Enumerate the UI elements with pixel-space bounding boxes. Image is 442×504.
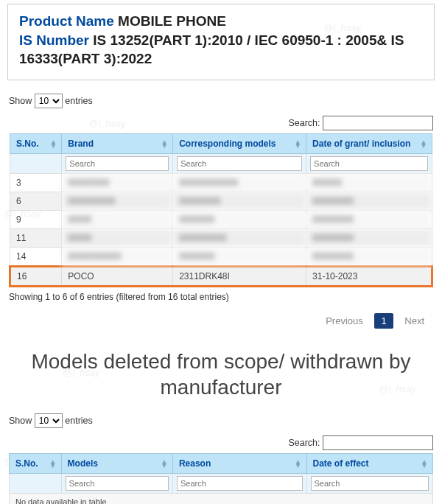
col-sno[interactable]: S.No. ▲▼	[10, 133, 62, 153]
cell-sno: 9	[10, 210, 62, 228]
filter-reason[interactable]	[177, 476, 303, 491]
table-row: 11 XXXX XXXXXXXX XXXXXXX	[10, 228, 432, 247]
filter-date-effect[interactable]	[311, 476, 429, 491]
search-label: Search:	[288, 438, 320, 448]
table-row: 3 XXXXXXX XXXXXXXXXX XXXXX	[10, 173, 432, 192]
deleted-models-title: Models deleted from scope/ withdrawn by …	[7, 349, 435, 400]
cell-brand: XXXXXXX	[62, 173, 173, 192]
cell-brand: XXXX	[62, 228, 173, 247]
table-row: 14 XXXXXXXXX XXXXXX XXXXXXX	[10, 247, 432, 266]
sort-icon: ▲▼	[421, 460, 428, 467]
cell-date: XXXXXXX	[306, 247, 432, 266]
cell-sno: 14	[10, 247, 62, 266]
entries-label: entries	[65, 96, 93, 106]
col-brand[interactable]: Brand ▲▼	[62, 133, 173, 153]
sort-icon: ▲▼	[161, 140, 168, 147]
models-table: S.No. ▲▼ Brand ▲▼ Corresponding models ▲…	[9, 133, 433, 287]
sort-icon: ▲▼	[295, 460, 302, 467]
entries-select[interactable]: 10	[35, 94, 63, 108]
search-input[interactable]	[323, 116, 433, 130]
cell-brand: POCO	[62, 266, 173, 286]
cell-date: XXXXX	[306, 173, 432, 192]
table-row: 9 XXXX XXXXXX XXXXXXX	[10, 210, 432, 228]
sort-icon: ▲▼	[420, 140, 427, 147]
is-number-label: IS Number	[19, 32, 89, 48]
next-button[interactable]: Next	[399, 312, 430, 329]
product-name-label: Product Name	[19, 13, 114, 29]
cell-model: XXXXXX	[173, 247, 306, 266]
cell-model: XXXXXX	[173, 210, 306, 228]
cell-brand: XXXXXXXXX	[62, 247, 173, 266]
cell-sno: 16	[10, 266, 62, 286]
cell-date: 31-10-2023	[306, 266, 432, 286]
cell-model: XXXXXXXXXX	[173, 173, 306, 192]
prev-button[interactable]: Previous	[320, 312, 369, 329]
col-sno[interactable]: S.No. ▲▼	[10, 453, 62, 473]
table-row-highlighted: 16 POCO 2311DRK48I 31-10-2023	[10, 266, 432, 286]
cell-date: XXXXXXX	[306, 210, 432, 228]
product-header: Product Name MOBILE PHONE IS Number IS 1…	[7, 4, 435, 80]
cell-model: 2311DRK48I	[173, 266, 306, 286]
filter-date[interactable]	[310, 156, 428, 171]
no-data-cell: No data available in table	[10, 493, 433, 504]
table-row: 6 XXXXXXXX XXXXXXX XXXXXXX	[10, 192, 432, 210]
page-current[interactable]: 1	[374, 313, 393, 329]
filter-brand[interactable]	[66, 156, 169, 171]
cell-date: XXXXXXX	[306, 192, 432, 210]
filter-model[interactable]	[177, 156, 302, 171]
sort-icon: ▲▼	[161, 460, 168, 467]
show-label: Show	[9, 96, 32, 106]
pagination: Previous 1 Next	[9, 305, 433, 343]
entries-label: entries	[65, 416, 93, 426]
filter-models[interactable]	[66, 476, 169, 491]
filter-row	[10, 473, 433, 493]
col-models[interactable]: Models ▲▼	[61, 453, 172, 473]
col-model[interactable]: Corresponding models ▲▼	[173, 133, 306, 153]
search-label: Search:	[288, 118, 320, 128]
cell-model: XXXXXXXX	[173, 228, 306, 247]
cell-date: XXXXXXX	[306, 228, 432, 247]
cell-sno: 6	[10, 192, 62, 210]
cell-model: XXXXXXX	[173, 192, 306, 210]
entries-length-control: Show 10 entries	[9, 413, 433, 428]
col-date-effect[interactable]: Date of effect ▲▼	[306, 453, 433, 473]
col-reason[interactable]: Reason ▲▼	[172, 453, 306, 473]
deleted-models-table: S.No. ▲▼ Models ▲▼ Reason ▲▼ Date of eff…	[9, 453, 433, 504]
sort-icon: ▲▼	[294, 140, 301, 147]
cell-brand: XXXXXXXX	[62, 192, 173, 210]
sort-icon: ▲▼	[49, 460, 57, 467]
cell-sno: 11	[10, 228, 62, 247]
cell-brand: XXXX	[62, 210, 173, 228]
filter-row	[10, 153, 432, 173]
sort-icon: ▲▼	[49, 140, 57, 147]
entries-select[interactable]: 10	[35, 413, 63, 428]
table-info: Showing 1 to 6 of 6 entries (filtered fr…	[9, 292, 433, 302]
show-label: Show	[9, 416, 32, 426]
cell-sno: 3	[10, 173, 62, 192]
search-input[interactable]	[323, 435, 433, 450]
product-name-value: MOBILE PHONE	[118, 13, 226, 29]
col-date[interactable]: Date of grant/ inclusion ▲▼	[306, 133, 432, 153]
entries-length-control: Show 10 entries	[9, 94, 433, 108]
no-data-row: No data available in table	[10, 493, 433, 504]
